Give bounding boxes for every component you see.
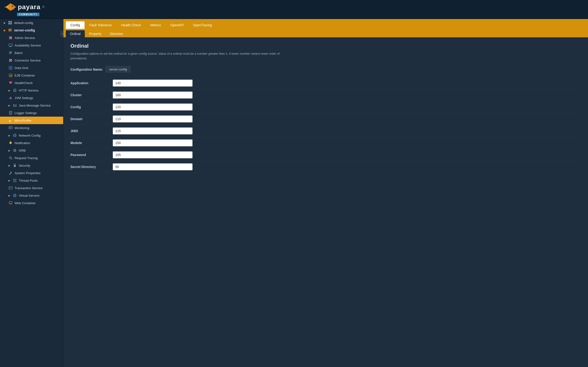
sidebar-item-jvm-settings[interactable]: JVM Settings <box>0 94 63 102</box>
field-input-password[interactable] <box>113 151 193 158</box>
sidebar-item-microprofile[interactable]: μ MicroProfile <box>0 117 63 124</box>
bell-icon <box>9 141 13 145</box>
jvm-icon <box>9 96 13 100</box>
svg-rect-58 <box>9 204 12 204</box>
svg-rect-4 <box>9 21 10 23</box>
field-input-cluster[interactable] <box>113 92 193 99</box>
arrow-icon: ▶ <box>9 164 10 167</box>
sidebar-item-notification[interactable]: Notification <box>0 139 63 147</box>
svg-rect-51 <box>9 187 12 189</box>
config-name-label: Configuration Name: <box>70 67 103 71</box>
micro-icon: μ <box>9 118 13 123</box>
sidebar-item-java-message-service[interactable]: ▶ Java Message Service <box>0 102 63 109</box>
svg-rect-48 <box>13 179 16 180</box>
tab2-ordinal[interactable]: Ordinal <box>66 30 85 37</box>
sidebar-item-server-config[interactable]: ▶ server-config <box>0 26 63 34</box>
tab-fault-tolerance[interactable]: Fault Tolerance <box>85 21 116 29</box>
svg-point-10 <box>11 29 11 30</box>
sidebar-item-label: HTTP Service <box>19 89 39 92</box>
sidebar-item-label: server-config <box>14 28 35 32</box>
field-label-password: Password <box>70 153 113 157</box>
payara-fish-icon <box>5 2 16 12</box>
main-layout: « ▶ default-config ▶ server-config Admin… <box>0 19 588 367</box>
logo-text: payara <box>18 3 40 11</box>
grid-icon <box>8 21 12 25</box>
form-row-cluster: Cluster <box>70 89 581 101</box>
form-row-secret-directory: Secret Directory <box>70 161 581 173</box>
arrow-icon: ▶ <box>9 194 10 197</box>
sidebar-item-system-properties[interactable]: System Properties <box>0 169 63 177</box>
sidebar-item-security[interactable]: ▶ Security <box>0 162 63 169</box>
sidebar-collapse-button[interactable]: « <box>60 31 63 36</box>
sidebar-item-web-container[interactable]: Web Container <box>0 199 63 207</box>
globe-icon <box>13 88 17 92</box>
svg-line-32 <box>15 104 16 106</box>
sidebar-item-network-config[interactable]: ▶ Network Config <box>0 132 63 139</box>
sidebar-item-admin-service[interactable]: Admin Service <box>0 34 63 42</box>
svg-line-46 <box>11 158 12 159</box>
sidebar-item-healthcheck[interactable]: HealthCheck <box>0 79 63 87</box>
tab-metrics[interactable]: Metrics <box>145 21 166 29</box>
sidebar-item-data-grid[interactable]: Data Grid <box>0 64 63 72</box>
sidebar-item-request-tracing[interactable]: Request Tracing <box>0 154 63 162</box>
monitor-icon <box>9 43 13 47</box>
arrow-icon: ▶ <box>9 104 10 107</box>
sidebar-item-label: Connector Service <box>15 59 41 62</box>
sidebar-item-ejb-container[interactable]: JEE EJB Container <box>0 72 63 79</box>
field-input-module[interactable] <box>113 139 193 146</box>
ordinal-form: Application Cluster Config Domain JNDI <box>70 77 581 173</box>
svg-rect-47 <box>14 165 16 167</box>
sidebar-item-label: ORB <box>19 149 26 152</box>
arrow-icon: ▶ <box>9 89 10 92</box>
page-title: Ordinal <box>70 43 581 49</box>
field-input-application[interactable] <box>113 80 193 87</box>
sidebar-item-label: Logger Settings <box>15 111 37 115</box>
sidebar-item-monitoring[interactable]: Monitoring <box>0 124 63 132</box>
form-row-domain: Domain <box>70 113 581 125</box>
svg-rect-27 <box>9 98 12 99</box>
sidebar-item-label: EJB Container <box>15 74 35 77</box>
svg-rect-5 <box>10 21 12 23</box>
page-description: Configuration options to set the ordinal… <box>70 51 282 60</box>
logo-area: payara® COMMUNITY <box>5 2 44 16</box>
field-input-config[interactable] <box>113 103 193 110</box>
form-row-module: Module <box>70 137 581 149</box>
svg-rect-6 <box>9 23 10 25</box>
svg-point-11 <box>11 31 11 31</box>
svg-line-31 <box>13 104 15 106</box>
svg-point-43 <box>14 149 16 152</box>
svg-rect-19 <box>11 66 12 67</box>
tab2-directory[interactable]: Directory <box>106 30 127 37</box>
sidebar-item-batch[interactable]: Batch <box>0 49 63 57</box>
tab-opentracing[interactable]: OpenTracing <box>188 21 216 29</box>
tab2-property[interactable]: Property <box>85 30 106 37</box>
field-input-domain[interactable] <box>113 116 193 123</box>
sidebar-item-label: Monitoring <box>15 126 29 130</box>
virtual-servers-icon <box>13 193 17 198</box>
sidebar-item-default-config[interactable]: ▶ default-config <box>0 19 63 26</box>
tab-config[interactable]: Config <box>66 21 85 29</box>
sidebar-item-orb[interactable]: ▶ ORB <box>0 147 63 154</box>
registered-mark: ® <box>42 5 44 9</box>
field-input-jndi[interactable] <box>113 127 193 134</box>
tab-health-check[interactable]: Health Check <box>117 21 145 29</box>
field-input-secret-directory[interactable] <box>113 163 193 170</box>
server-icon <box>8 28 12 32</box>
tab-openapi[interactable]: OpenAPI <box>166 21 188 29</box>
sidebar-item-transaction-service[interactable]: Transaction Service <box>0 184 63 192</box>
svg-rect-7 <box>10 23 12 25</box>
svg-rect-17 <box>9 53 11 54</box>
sidebar-item-availability-service[interactable]: Availability Service <box>0 42 63 49</box>
sidebar-item-http-service[interactable]: ▶ HTTP Service <box>0 87 63 94</box>
sidebar-item-label: System Properties <box>15 171 40 175</box>
sidebar-item-virtual-servers[interactable]: ▶ Virtual Servers <box>0 192 63 199</box>
svg-rect-16 <box>9 53 12 53</box>
svg-rect-57 <box>9 201 12 204</box>
sidebar-item-logger-settings[interactable]: Logger Settings <box>0 109 63 117</box>
sidebar-item-connector-service[interactable]: Connector Service <box>0 57 63 64</box>
svg-text:μ: μ <box>9 119 11 122</box>
svg-rect-21 <box>11 68 12 69</box>
sidebar-item-thread-pools[interactable]: ▶ Thread Pools <box>0 177 63 184</box>
svg-rect-15 <box>9 52 12 52</box>
sidebar-item-label: Request Tracing <box>15 156 38 160</box>
